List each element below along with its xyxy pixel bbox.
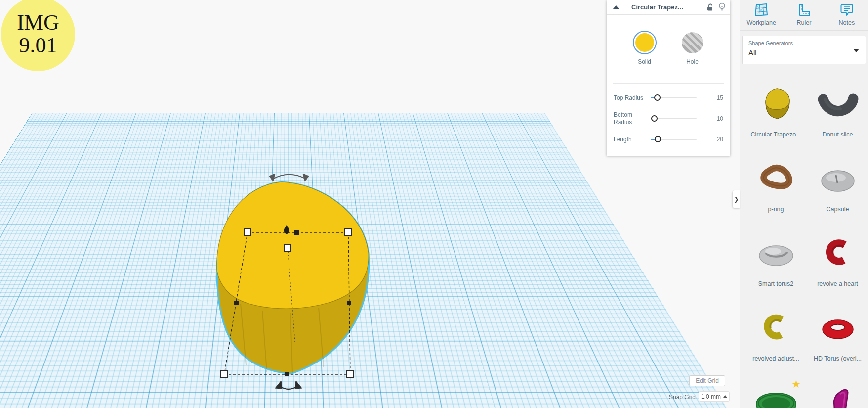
capsule-thumb	[807, 160, 868, 202]
slider-handle[interactable]	[651, 115, 658, 122]
revolve-a-heart-thumb	[807, 234, 868, 277]
shape-tile-revolved-adjust[interactable]: revolved adjust...	[745, 303, 807, 378]
slider-row-top-radius: Top Radius 15	[607, 88, 730, 108]
hole-label: Hole	[686, 58, 699, 65]
slider-value: 15	[717, 94, 723, 101]
donut-slice-thumb	[807, 85, 868, 128]
shape-gallery: Circular Trapezo... Donut slice p-ring	[740, 79, 868, 408]
shape-generators-value: All	[748, 48, 860, 57]
lock-open-icon[interactable]	[706, 3, 714, 11]
snap-grid-label: Snap Grid	[657, 394, 696, 401]
selected-shape-circular-trapezoid[interactable]	[217, 182, 369, 374]
shapes-sidebar: Workplane Ruler Notes Shape Generators A…	[740, 0, 868, 408]
smart-torus2-thumb	[745, 234, 807, 277]
shape-tile-label: Smart torus2	[745, 280, 807, 287]
top-radius-slider[interactable]	[651, 97, 697, 98]
notes-button[interactable]: Notes	[827, 2, 867, 30]
revolved-adjust-thumb	[745, 309, 807, 352]
notes-label: Notes	[838, 19, 855, 26]
slider-value: 20	[717, 136, 723, 143]
length-slider[interactable]	[651, 139, 697, 140]
shape-tile-label: revolved adjust...	[745, 355, 807, 362]
shape-inspector-panel: Circular Trapez... Solid Hole Top	[607, 0, 730, 156]
shape-tile-magenta-shape[interactable]	[807, 378, 868, 408]
ruler-label: Ruler	[797, 19, 812, 26]
shape-tile-hd-torus[interactable]: HD Torus (overl...	[807, 303, 868, 378]
sidebar-collapse-button[interactable]: ❯	[733, 190, 740, 208]
shape-tile-donut-slice[interactable]: Donut slice	[807, 79, 868, 154]
lightbulb-icon[interactable]	[718, 2, 726, 12]
workplane-label: Workplane	[746, 19, 776, 26]
shape-tile-label: Capsule	[807, 206, 868, 213]
slider-value: 10	[717, 115, 723, 122]
shape-tile-smart-torus2[interactable]: Smart torus2	[745, 228, 807, 303]
collapse-panel-button[interactable]	[607, 0, 625, 14]
slider-row-length: Length 20	[607, 129, 730, 150]
ruler-icon	[796, 2, 812, 18]
shape-tile-label: Donut slice	[807, 131, 868, 138]
rotate-handle-top[interactable]	[269, 174, 309, 181]
slider-label: Bottom Radius	[614, 111, 644, 126]
triangle-up-icon	[613, 5, 620, 9]
shape-tile-revolve-a-heart[interactable]: revolve a heart	[807, 228, 868, 303]
workplane-button[interactable]: Workplane	[742, 2, 781, 30]
solid-swatch	[635, 33, 654, 52]
solid-option[interactable]: Solid	[627, 31, 662, 65]
shape-generators-dropdown[interactable]: Shape Generators All	[742, 36, 866, 64]
hole-swatch	[682, 32, 703, 53]
p-ring-thumb	[745, 160, 807, 202]
slider-handle[interactable]	[654, 94, 661, 101]
img-badge-line2: 9.01	[19, 34, 57, 57]
slider-label: Length	[614, 136, 644, 143]
snap-grid-value: 1.0 mm	[701, 393, 721, 400]
caret-down-icon	[853, 49, 859, 52]
shape-tile-label: HD Torus (overl...	[807, 355, 868, 362]
slider-handle[interactable]	[655, 136, 661, 142]
bottom-radius-slider[interactable]	[651, 118, 697, 119]
ruler-button[interactable]: Ruler	[784, 2, 824, 30]
material-options: Solid Hole	[607, 15, 730, 70]
shape-tile-capsule[interactable]: Capsule	[807, 154, 868, 228]
inspector-header: Circular Trapez...	[607, 0, 730, 15]
slider-row-bottom-radius: Bottom Radius 10	[607, 108, 730, 129]
circular-trapezoid-thumb	[745, 85, 807, 128]
shape-title: Circular Trapez...	[625, 3, 706, 11]
rotate-handle-bottom[interactable]	[275, 381, 302, 389]
workplane-icon	[753, 2, 769, 18]
shape-tile-label: Circular Trapezo...	[745, 131, 807, 138]
hd-torus-thumb	[807, 309, 868, 352]
magenta-shape-thumb	[807, 384, 868, 408]
img-badge-line1: IMG	[17, 11, 59, 34]
shape-generators-label: Shape Generators	[748, 40, 860, 46]
solid-label: Solid	[638, 58, 651, 65]
hole-option[interactable]: Hole	[675, 31, 710, 65]
shape-tile-label: revolve a heart	[807, 280, 868, 287]
shape-tile-circular-trapezoid[interactable]: Circular Trapezo...	[745, 79, 807, 154]
notes-icon	[839, 2, 855, 18]
caret-up-icon	[723, 395, 727, 398]
snap-grid-select[interactable]: 1.0 mm	[699, 391, 730, 402]
sidebar-toolbar: Workplane Ruler Notes	[740, 0, 868, 31]
shape-tile-label: p-ring	[745, 206, 807, 213]
shape-parameters: Top Radius 15 Bottom Radius 10 Length 20	[607, 84, 730, 156]
shape-tile-green-ring[interactable]: ★	[745, 378, 807, 408]
star-icon: ★	[791, 379, 801, 389]
edit-grid-button[interactable]: Edit Grid	[689, 375, 725, 386]
img-badge: IMG 9.01	[1, 0, 75, 71]
shape-tile-p-ring[interactable]: p-ring	[745, 154, 807, 228]
slider-label: Top Radius	[614, 94, 644, 102]
